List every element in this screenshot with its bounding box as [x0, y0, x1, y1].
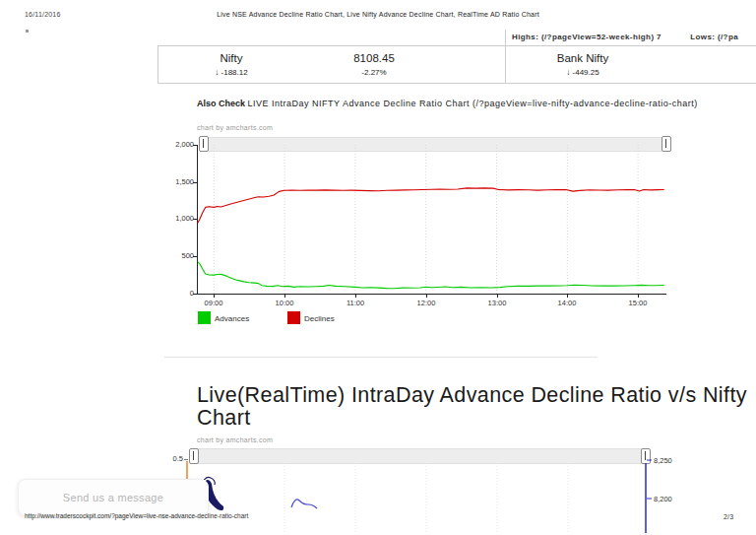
chart1-xtickmark: [214, 294, 215, 298]
chart2-right-ytick-8250: 8,250: [654, 456, 672, 465]
banknifty-change-row: ↓ -449.25: [541, 68, 624, 77]
chart1-ytick-1500: 1,500: [164, 178, 194, 186]
chart1-xtick-1200: 12:00: [409, 299, 444, 307]
chart2-right-ytick-8200: 8,200: [654, 495, 672, 503]
nifty-name: Nifty: [197, 52, 266, 64]
also-check-label: Also Check: [197, 99, 245, 108]
header-links: Highs: (/?pageView=52-week-high) 7 Lows:…: [512, 33, 756, 41]
chart1-xtick-0900: 09:00: [196, 299, 231, 307]
doc-title: Live NSE Advance Decline Ratio Chart, Li…: [0, 11, 756, 18]
table-bottom-border: [158, 83, 756, 84]
chart2-scrollbar-right-handle[interactable]: [641, 448, 651, 464]
chart1-xtick-1300: 13:00: [479, 299, 515, 307]
chart1-xtickmark: [638, 294, 639, 298]
chart2-left-ytickmark: [184, 459, 188, 460]
chart1-xtick-1500: 15:00: [620, 299, 656, 307]
nifty-change-row: ↓ -188.12: [197, 68, 266, 77]
highs-link[interactable]: Highs: (/?pageView=52-week-high) 7: [512, 33, 662, 41]
nifty-change: -188.12: [221, 68, 248, 77]
declines-legend-swatch[interactable]: [287, 311, 300, 324]
quote-table: Nifty 8108.45 ↓ -188.12 -2.27% Bank Nift…: [158, 45, 756, 83]
nifty-value: 8108.45: [335, 52, 413, 64]
declines-legend-label[interactable]: Declines: [304, 314, 335, 323]
advances-legend-label[interactable]: Advances: [215, 314, 249, 323]
section-title: Live(RealTime) IntraDay Advance Decline …: [197, 384, 756, 430]
lows-link[interactable]: Lows: (/?pa: [690, 33, 738, 41]
chart1-xtickmark: [426, 294, 427, 298]
banknifty-down-arrow-icon: ↓: [566, 68, 570, 77]
chart1-ytick-500: 500: [164, 252, 194, 260]
page-number: 2/3: [724, 513, 733, 520]
banknifty-change: -449.25: [573, 68, 599, 77]
nifty-pct: -2.27%: [335, 68, 413, 77]
chart1-xtickmark: [497, 294, 498, 298]
chart1-xtickmark: [284, 294, 285, 298]
bullet-dot: [26, 30, 29, 33]
chart1-ytick-0: 0: [164, 290, 194, 298]
chat-widget[interactable]: Send us a message: [18, 479, 209, 516]
chart1-legend: Advances Declines: [198, 311, 493, 325]
chart1-xtick-1000: 10:00: [267, 299, 302, 307]
chart2-zoom-scrollbar[interactable]: [197, 448, 644, 464]
chart1-ytick-2000: 2,000: [164, 141, 194, 149]
chat-widget-label[interactable]: Send us a message: [63, 492, 163, 503]
footer-url: http://www.traderscockpit.com/?pageView=…: [25, 512, 248, 519]
declines-line-series: [198, 188, 664, 223]
chart1-credit[interactable]: chart by amcharts.com: [197, 124, 273, 131]
advances-legend-swatch[interactable]: [198, 311, 211, 324]
chart1-gridlines: [214, 145, 638, 294]
page-root: { "page": { "date": "16/11/2016", "doc_t…: [0, 0, 756, 535]
chart2-credit[interactable]: chart by amcharts.com: [197, 436, 273, 443]
also-check-line: Also Check LIVE IntraDay NIFTY Advance D…: [197, 99, 748, 108]
ad-chart-plot: [197, 145, 666, 295]
section-divider: [164, 357, 598, 358]
chart1-xtickmark: [355, 294, 356, 298]
chart2-scrollbar-left-handle[interactable]: [189, 448, 199, 464]
also-check-link[interactable]: LIVE IntraDay NIFTY Advance Decline Rati…: [248, 99, 698, 108]
chart1-xtickmark: [567, 294, 568, 298]
advances-line-series: [198, 262, 664, 289]
chart2-gridlines: [284, 463, 568, 534]
banknifty-name: Bank Nifty: [541, 52, 624, 64]
nifty-down-arrow-icon: ↓: [215, 68, 219, 77]
chart1-xtick-1400: 14:00: [549, 299, 585, 307]
chart1-ytick-1000: 1,000: [164, 215, 194, 223]
nifty-line-fragment: [291, 500, 317, 508]
chart2-left-ytick: 0.5: [158, 454, 183, 463]
chart1-xtick-1100: 11:00: [338, 299, 373, 307]
